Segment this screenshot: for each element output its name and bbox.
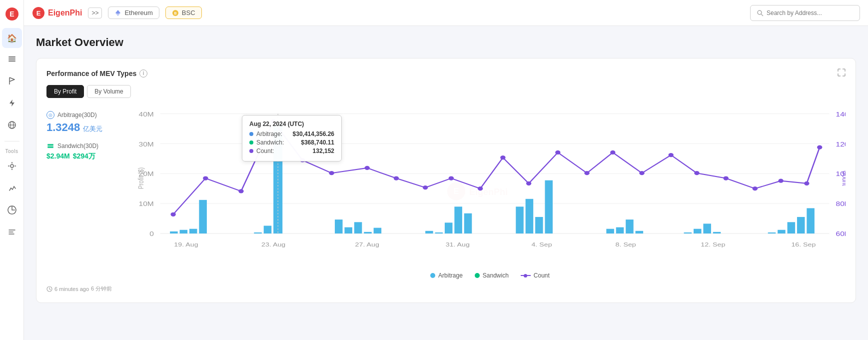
bar-arb xyxy=(199,200,207,234)
sidebar-item-layers[interactable] xyxy=(2,50,22,70)
sandwich-legend-text: Sandwich(30D) xyxy=(57,142,98,150)
search-box[interactable] xyxy=(750,5,860,21)
x-label-27aug: 27. Aug xyxy=(355,241,379,248)
arbitrage-legend-dot xyxy=(430,273,435,278)
sandwich-legend-label: Sandwich xyxy=(483,272,509,279)
sidebar-item-tool4[interactable] xyxy=(2,223,22,243)
sidebar-item-globe[interactable] xyxy=(2,116,22,136)
count-dot xyxy=(300,158,305,162)
svg-rect-3 xyxy=(8,58,15,60)
count-dot xyxy=(203,176,208,180)
x-label-4sep: 4. Sep xyxy=(531,241,552,248)
sidebar-logo: E xyxy=(2,4,22,24)
y-label-10m: 10M xyxy=(139,200,154,208)
count-dot xyxy=(526,182,531,186)
sidebar-item-tool3[interactable] xyxy=(2,201,22,221)
x-label-23aug: 23. Aug xyxy=(261,241,285,248)
bar-arb xyxy=(180,230,188,234)
bar-arb xyxy=(264,226,272,233)
tab-by-volume[interactable]: By Volume xyxy=(87,85,130,98)
tools-label: Tools xyxy=(5,148,18,154)
sandwich-icon xyxy=(46,142,54,150)
x-label-16sep: 16. Sep xyxy=(791,241,816,248)
count-dot xyxy=(394,176,399,180)
count-dot xyxy=(500,156,505,160)
bar-arb xyxy=(344,228,352,234)
bar-arb xyxy=(354,222,362,234)
bar-arb xyxy=(768,232,776,234)
count-dot xyxy=(778,179,783,183)
bar-arb xyxy=(684,232,692,234)
bar-arb xyxy=(703,224,711,234)
card-title-text: Performance of MEV Types xyxy=(46,70,136,78)
sandwich-legend-dot xyxy=(475,273,480,278)
tab-by-profit[interactable]: By Profit xyxy=(46,85,84,98)
count-dot xyxy=(329,171,334,175)
legend-panel: ◎ Arbitrage(30D) 1.3248 亿美元 xyxy=(46,106,126,279)
count-dot xyxy=(639,171,644,175)
bar-arb xyxy=(535,217,543,234)
bolt-icon xyxy=(7,98,16,110)
search-input[interactable] xyxy=(767,10,854,16)
tool4-icon xyxy=(7,228,16,238)
y-label-80k: 80k xyxy=(836,200,846,208)
arbitrage-value-large: 1.3248 xyxy=(46,121,80,134)
card-footer: 6 minutes ago 6 分钟前 xyxy=(46,285,846,292)
bsc-network-button[interactable]: B BSC xyxy=(165,6,202,19)
count-legend-line xyxy=(521,275,531,276)
count-dot xyxy=(170,212,175,216)
svg-text:B: B xyxy=(174,12,176,15)
sidebar-item-tool1[interactable] xyxy=(2,157,22,177)
eth-icon xyxy=(114,10,121,16)
svg-rect-20 xyxy=(47,147,53,148)
bar-arb xyxy=(335,220,343,234)
page-title: Market Overview xyxy=(36,36,856,49)
count-dot xyxy=(238,189,243,193)
svg-rect-2 xyxy=(8,56,15,58)
svg-marker-5 xyxy=(9,100,14,106)
sidebar-item-tool2[interactable] xyxy=(2,179,22,199)
ethereum-network-button[interactable]: Ethereum xyxy=(108,6,159,19)
bar-arb xyxy=(364,232,372,234)
x-label-8sep: 8. Sep xyxy=(616,241,636,248)
sidebar: E 🏠 Tools xyxy=(0,0,24,340)
header-logo-text: EigenPhi xyxy=(48,8,82,18)
search-icon xyxy=(757,10,764,16)
sidebar-item-bolt[interactable] xyxy=(2,94,22,114)
sandwich-value2: $294万 xyxy=(73,152,95,161)
count-dot-active xyxy=(270,119,277,124)
expand-chart-button[interactable] xyxy=(838,68,846,78)
header-logo-icon: E xyxy=(32,6,45,20)
header: E EigenPhi >> Ethereum B BSC xyxy=(24,0,868,26)
sidebar-item-flag[interactable] xyxy=(2,72,22,92)
bar-arb xyxy=(170,232,178,234)
y-label-140k: 140k xyxy=(836,110,846,118)
svg-rect-19 xyxy=(47,146,53,146)
info-icon[interactable]: i xyxy=(139,70,147,78)
svg-point-9 xyxy=(10,164,13,168)
arbitrage-icon: ◎ xyxy=(46,111,54,119)
count-dot xyxy=(449,176,454,180)
bar-arb xyxy=(526,199,534,234)
card-title: Performance of MEV Types i xyxy=(46,70,147,78)
count-dot xyxy=(804,182,809,186)
svg-rect-18 xyxy=(47,144,53,145)
arbitrage-legend: ◎ Arbitrage(30D) 1.3248 亿美元 xyxy=(46,111,126,134)
count-dot xyxy=(478,186,483,190)
count-line xyxy=(173,122,820,214)
count-dot xyxy=(817,145,822,149)
sandwich-legend: Sandwich(30D) $2.94M $294万 xyxy=(46,142,126,161)
flag-icon xyxy=(7,76,16,88)
y-label-40m: 40M xyxy=(139,110,154,118)
footer-time-cn: 6 分钟前 xyxy=(91,285,112,292)
sidebar-item-home[interactable]: 🏠 xyxy=(2,28,22,48)
bar-arb xyxy=(454,206,462,234)
bsc-label: BSC xyxy=(182,9,195,16)
header-expand-button[interactable]: >> xyxy=(88,8,102,18)
sandwich-value-row: $2.94M $294万 xyxy=(46,152,126,161)
sidebar-divider xyxy=(4,141,19,142)
count-legend-label: Count xyxy=(534,272,550,279)
bar-arb xyxy=(606,229,614,234)
bar-arb xyxy=(374,228,382,234)
bar-arb xyxy=(425,231,433,234)
